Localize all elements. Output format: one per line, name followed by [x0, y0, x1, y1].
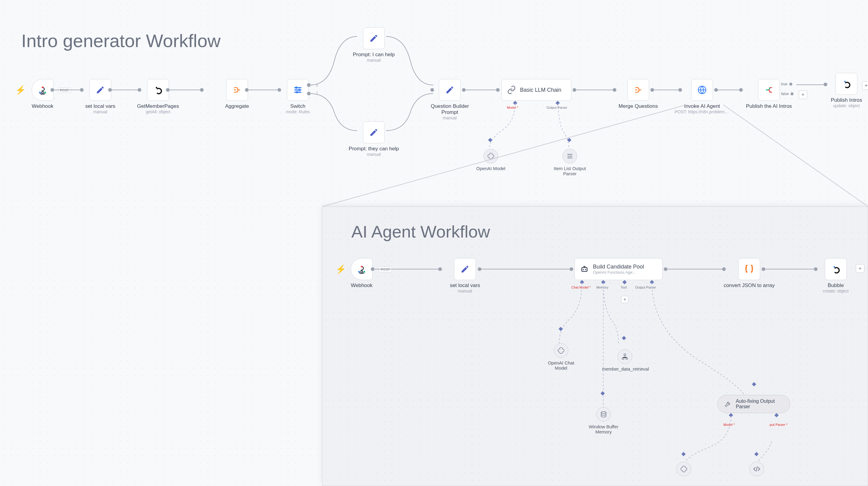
- subnode-openai-model[interactable]: OpenAI Model: [474, 149, 507, 171]
- svg-point-4: [295, 87, 298, 89]
- svg-point-15: [834, 266, 835, 268]
- openai-icon: [678, 463, 689, 475]
- database-icon: [598, 409, 609, 420]
- svg-rect-18: [626, 358, 628, 359]
- workflow-canvas: Intro generator Workflow ⚡ Webhook POST …: [0, 0, 868, 486]
- node-basic-llm-chain[interactable]: Basic LLM Chain: [501, 79, 571, 101]
- network-icon: [619, 351, 630, 362]
- pencil-icon: [368, 127, 379, 138]
- node-merge-questions[interactable]: Merge Questions: [617, 79, 659, 109]
- add-connection-button-end[interactable]: +: [862, 82, 868, 90]
- webhook-icon: [356, 264, 367, 274]
- workflow-title-1: Intro generator Workflow: [21, 30, 221, 51]
- subnode-code-parser[interactable]: [745, 462, 769, 476]
- svg-point-8: [844, 81, 846, 82]
- add-connection-button-2[interactable]: +: [856, 264, 864, 273]
- svg-point-5: [298, 89, 301, 91]
- trigger-bolt-icon-2: ⚡: [336, 264, 346, 274]
- node-prompt-they-can-help[interactable]: Prompt: they can help manual: [343, 122, 404, 157]
- node-question-builder[interactable]: Question Builder Prompt manual: [426, 79, 474, 120]
- node-webhook[interactable]: Webhook: [27, 79, 58, 109]
- pencil-icon: [460, 264, 470, 274]
- chain-icon: [506, 85, 517, 95]
- subnode-autofix-parser[interactable]: Auto-fixing Output Parser: [717, 395, 790, 413]
- node-publish-intros-bubble[interactable]: Publish Intros update: object: [827, 73, 866, 108]
- subnode-item-list-parser[interactable]: Item List Output Parser: [553, 149, 587, 176]
- node-invoke-ai-agent[interactable]: Invoke AI Agent POST: https://n8n.proble…: [678, 79, 726, 114]
- openai-icon: [556, 345, 566, 356]
- node-bubble[interactable]: Bubble create: object: [817, 258, 854, 293]
- branch-icon: [764, 85, 774, 95]
- svg-point-0: [42, 87, 43, 88]
- subnode-openai-model-2[interactable]: [672, 462, 696, 476]
- code-icon: [751, 463, 762, 475]
- pencil-icon: [95, 85, 106, 95]
- svg-point-10: [358, 271, 360, 273]
- node-convert-json[interactable]: convert JSON to array: [720, 258, 778, 289]
- svg-rect-12: [582, 268, 587, 271]
- bubble-icon: [841, 78, 852, 89]
- svg-point-3: [156, 87, 157, 88]
- svg-point-19: [601, 412, 606, 413]
- wrench-icon: [723, 398, 733, 410]
- trigger-bolt-icon: ⚡: [15, 85, 26, 95]
- robot-icon: [579, 264, 590, 274]
- svg-point-1: [39, 92, 41, 94]
- node-get-member-pages[interactable]: GetMemberPages getAll: object: [143, 79, 173, 114]
- svg-point-14: [585, 269, 586, 270]
- globe-icon: [696, 85, 708, 95]
- subworkflow-panel: [322, 206, 868, 486]
- node-prompt-i-can-help[interactable]: Prompt: I can help manual: [352, 27, 395, 63]
- workflow-title-2: AI Agent Workflow: [351, 222, 490, 241]
- node-aggregate[interactable]: Aggregate: [222, 79, 252, 109]
- list-icon: [564, 151, 575, 162]
- node-build-candidate-pool[interactable]: Build Candidate PoolOpenAI Functions Age…: [575, 258, 662, 280]
- node-webhook-2[interactable]: Webhook: [346, 258, 377, 289]
- svg-rect-16: [624, 354, 626, 355]
- method-badge: POST: [58, 88, 71, 93]
- pencil-icon: [444, 85, 455, 95]
- webhook-icon: [37, 85, 48, 95]
- aggregate-icon: [231, 85, 243, 95]
- merge-icon: [633, 85, 644, 95]
- add-tool-button[interactable]: +: [621, 296, 628, 303]
- svg-point-9: [361, 266, 363, 268]
- bubble-icon: [830, 264, 841, 274]
- switch-icon: [292, 85, 303, 95]
- subnode-openai-chat-model[interactable]: OpenAI Chat Model: [543, 343, 579, 370]
- subnode-member-data-retrieval[interactable]: member_data_retrieval: [600, 349, 649, 371]
- node-set-local-vars-2[interactable]: set local vars manual: [444, 258, 486, 293]
- code-braces-icon: [744, 264, 755, 274]
- openai-icon: [485, 151, 496, 162]
- pencil-icon: [368, 33, 379, 44]
- node-set-local-vars[interactable]: set local vars manual: [85, 79, 116, 114]
- svg-point-11: [364, 271, 365, 273]
- subnode-window-buffer-memory[interactable]: Window Buffer Memory: [579, 407, 628, 434]
- svg-point-13: [583, 269, 584, 270]
- svg-point-6: [296, 91, 299, 94]
- svg-point-2: [44, 92, 46, 94]
- svg-rect-17: [622, 358, 624, 359]
- bubble-icon: [153, 85, 163, 95]
- add-connection-button[interactable]: +: [799, 91, 807, 99]
